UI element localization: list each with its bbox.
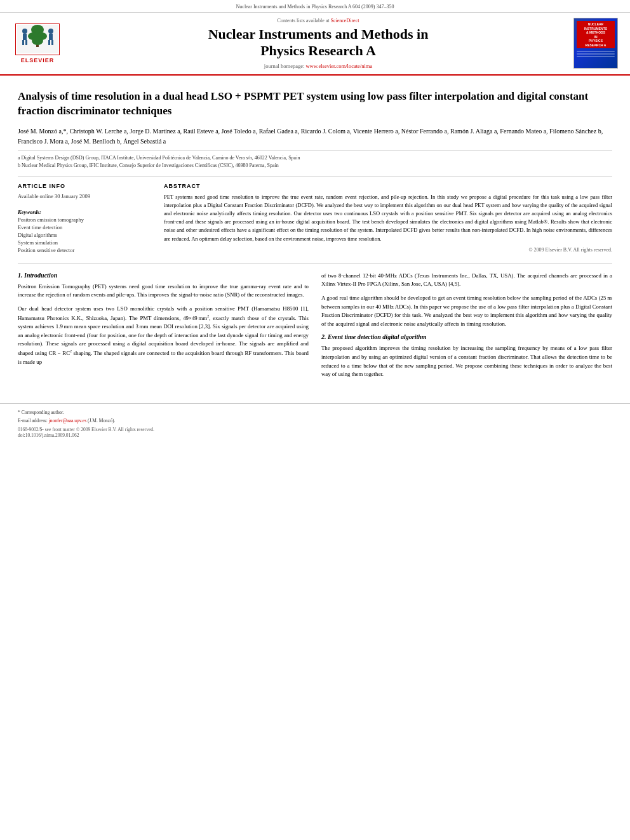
cover-decoration xyxy=(577,51,615,58)
intro-para-1: Positron Emission Tomography (PET) syste… xyxy=(18,283,309,300)
abstract-header: ABSTRACT xyxy=(164,183,612,189)
elsevier-logo-area: ELSEVIER xyxy=(9,18,66,69)
section2-title: 2. Event time detection digital algorith… xyxy=(321,333,612,340)
journal-header: ELSEVIER Contents lists available at Sci… xyxy=(0,13,630,76)
article-info-abstract-row: ARTICLE INFO Available online 30 January… xyxy=(18,176,612,255)
svg-point-10 xyxy=(48,29,53,34)
article-info-col: ARTICLE INFO Available online 30 January… xyxy=(18,183,151,255)
article-title: Analysis of time resolution in a dual he… xyxy=(18,90,612,119)
page-container: Nuclear Instruments and Methods in Physi… xyxy=(0,0,630,840)
svg-point-9 xyxy=(32,36,43,45)
elsevier-brand-text: ELSEVIER xyxy=(21,57,55,63)
article-content: Analysis of time resolution in a dual he… xyxy=(0,76,630,397)
svg-rect-3 xyxy=(22,40,24,45)
section2-para: The proposed algorithm improves the timi… xyxy=(321,344,612,379)
top-meta: Nuclear Instruments and Methods in Physi… xyxy=(0,0,630,13)
affiliation-a: a Digital Systems Design (DSD) Group, IT… xyxy=(18,154,612,162)
section-divider xyxy=(18,263,612,264)
elsevier-tree-icon xyxy=(17,25,58,53)
intro-section-title: 1. Introduction xyxy=(18,272,309,279)
keyword-4: System simulation xyxy=(18,239,151,246)
svg-rect-12 xyxy=(48,40,50,45)
journal-cover-thumbnail: NUCLEARINSTRUMENTS& METHODSINPHYSICSRESE… xyxy=(573,18,618,69)
affiliation-b: b Nuclear Medical Physics Group, IFIC In… xyxy=(18,162,612,170)
abstract-text: PET systems need good time resolution to… xyxy=(164,193,612,243)
available-online: Available online 30 January 2009 xyxy=(18,193,151,199)
elsevier-logo: ELSEVIER xyxy=(15,23,60,63)
svg-rect-11 xyxy=(49,34,53,40)
journal-meta-text: Nuclear Instruments and Methods in Physi… xyxy=(236,4,394,10)
keywords-label: Keywords: xyxy=(18,209,151,215)
copyright-line: © 2009 Elsevier B.V. All rights reserved… xyxy=(164,247,612,253)
abstract-col: ABSTRACT PET systems need good time reso… xyxy=(164,183,612,255)
journal-homepage-line: journal homepage: www.elsevier.com/locat… xyxy=(264,63,372,69)
page-footer: * Corresponding author. E-mail address: … xyxy=(0,403,630,443)
authors-line: José M. Monzó a,*, Christoph W. Lerche a… xyxy=(18,126,612,147)
keyword-2: Event time detection xyxy=(18,224,151,230)
sciencedirect-link[interactable]: ScienceDirect xyxy=(331,18,359,23)
journal-info-center: Contents lists available at ScienceDirec… xyxy=(72,18,564,69)
intro-para-2: Our dual head detector system uses two L… xyxy=(18,305,309,366)
journal-title: Nuclear Instruments and Methods in Physi… xyxy=(208,26,429,60)
body-two-col: 1. Introduction Positron Emission Tomogr… xyxy=(18,272,612,384)
intro-para-4: A good real time algorithm should be dev… xyxy=(321,294,612,329)
svg-point-1 xyxy=(22,29,27,34)
journal-cover-area: NUCLEARINSTRUMENTS& METHODSINPHYSICSRESE… xyxy=(570,18,621,69)
email-note: E-mail address: jnonfer@aaa.upv.es (J.M.… xyxy=(18,417,612,424)
issn-doi-line: 0168-9002/$- see front matter © 2009 Els… xyxy=(18,427,612,438)
svg-rect-13 xyxy=(51,40,53,45)
email-link[interactable]: jnonfer@aaa.upv.es xyxy=(49,418,86,423)
body-col-right: of two 8-channel 12-bit 40-MHz ADCs (Tex… xyxy=(321,272,612,384)
intro-para-3: of two 8-channel 12-bit 40-MHz ADCs (Tex… xyxy=(321,272,612,289)
corresponding-author-note: * Corresponding author. xyxy=(18,409,612,416)
svg-rect-4 xyxy=(25,40,27,45)
keyword-3: Digital algorithms xyxy=(18,232,151,238)
contents-available-line: Contents lists available at ScienceDirec… xyxy=(278,18,359,23)
keyword-1: Positron emission tomography xyxy=(18,217,151,223)
article-info-header: ARTICLE INFO xyxy=(18,183,151,189)
keyword-5: Position sensitive detector xyxy=(18,247,151,253)
affiliations: a Digital Systems Design (DSD) Group, IT… xyxy=(18,150,612,170)
body-col-left: 1. Introduction Positron Emission Tomogr… xyxy=(18,272,309,384)
homepage-url[interactable]: www.elsevier.com/locate/nima xyxy=(305,63,372,69)
svg-rect-2 xyxy=(23,34,27,40)
cover-badge: NUCLEARINSTRUMENTS& METHODSINPHYSICSRESE… xyxy=(577,21,615,48)
elsevier-tree-box xyxy=(15,23,60,55)
